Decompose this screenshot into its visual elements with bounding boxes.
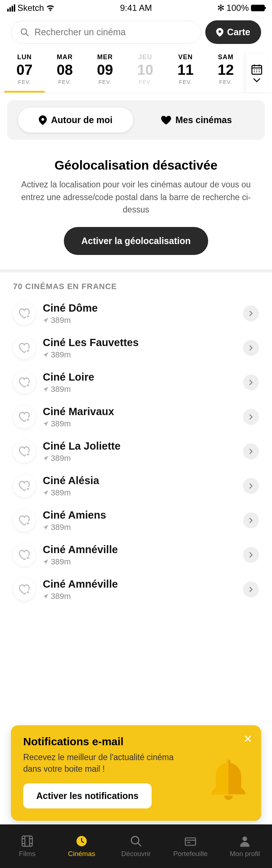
chevron-right-button[interactable] <box>243 581 259 597</box>
tab-portefeuille[interactable]: Portefeuille <box>163 824 218 868</box>
activate-notifications-button[interactable]: Activer les notifications <box>23 783 152 808</box>
chevron-right-button[interactable] <box>243 340 259 356</box>
cinema-name: Ciné Alésia <box>43 475 236 487</box>
cinema-item[interactable]: Ciné Amnéville 389m <box>0 572 272 607</box>
tab-cinémas[interactable]: Cinémas <box>54 824 109 868</box>
tab-découvrir[interactable]: Découvrir <box>109 824 163 868</box>
heart-icon <box>161 116 171 125</box>
favorite-button[interactable] <box>13 475 36 497</box>
divider <box>0 269 272 272</box>
chevron-right-icon <box>249 449 253 454</box>
cinema-distance: 389m <box>43 557 236 567</box>
cinema-name: Ciné Amnéville <box>43 578 236 590</box>
favorite-button[interactable] <box>13 406 36 428</box>
favorite-button[interactable] <box>13 440 36 463</box>
cinema-item[interactable]: Ciné Marivaux 389m <box>0 400 272 434</box>
svg-point-9 <box>254 71 255 72</box>
cinema-item[interactable]: Ciné Amiens 389m <box>0 503 272 538</box>
time-label: 9:41 AM <box>120 3 152 13</box>
chevron-right-button[interactable] <box>243 512 259 528</box>
calendar-icon <box>251 64 263 75</box>
chevron-right-button[interactable] <box>243 409 259 425</box>
geo-title: Géolocalisation désactivée <box>15 158 257 173</box>
chevron-right-icon <box>249 345 253 351</box>
tab-mon-profil[interactable]: Mon profil <box>218 824 272 868</box>
chevron-right-icon <box>249 483 253 489</box>
chevron-down-icon <box>253 78 260 82</box>
wifi-icon <box>46 5 55 11</box>
cinema-item[interactable]: Ciné La Joliette 389m <box>0 434 272 469</box>
cinema-item[interactable]: Ciné Dôme 389m <box>0 296 272 331</box>
tab-icon <box>129 835 143 848</box>
favorite-button[interactable] <box>13 509 36 532</box>
cinema-distance: 389m <box>43 488 236 498</box>
heart-add-icon <box>18 480 30 491</box>
cinema-item[interactable]: Ciné Alésia 389m <box>0 469 272 503</box>
chevron-right-icon <box>249 311 253 316</box>
carrier-label: Sketch <box>17 3 44 13</box>
cinema-distance: 389m <box>43 385 236 394</box>
favorite-button[interactable] <box>13 302 36 325</box>
svg-point-52 <box>243 836 247 841</box>
heart-add-icon <box>18 342 30 353</box>
cinema-item[interactable]: Ciné Les Fauvettes 389m <box>0 331 272 365</box>
calendar-button[interactable] <box>246 53 268 93</box>
search-input[interactable] <box>34 27 192 37</box>
location-arrow-icon <box>43 352 49 358</box>
chevron-right-icon <box>249 552 253 558</box>
svg-point-10 <box>256 71 257 72</box>
bluetooth-icon: ✻ <box>217 3 224 13</box>
bell-icon <box>207 755 250 806</box>
date-item-1[interactable]: MAR08FEV. <box>45 53 85 93</box>
cinema-distance: 389m <box>43 316 236 325</box>
date-item-2[interactable]: MER09FEV. <box>85 53 125 93</box>
tab-films[interactable]: Films <box>0 824 54 868</box>
favorite-button[interactable] <box>13 544 36 566</box>
battery-label: 100% <box>227 3 249 13</box>
close-icon[interactable]: ✕ <box>243 733 252 745</box>
heart-add-icon <box>18 515 30 526</box>
svg-rect-39 <box>22 836 32 846</box>
favorite-button[interactable] <box>13 578 36 601</box>
chevron-right-icon <box>249 380 253 385</box>
date-item-4[interactable]: VEN11FEV. <box>165 53 206 93</box>
chevron-right-button[interactable] <box>243 305 259 321</box>
location-arrow-icon <box>43 317 49 323</box>
pin-icon <box>216 28 223 37</box>
search-input-container[interactable] <box>11 21 201 44</box>
cinema-name: Ciné Amiens <box>43 509 236 521</box>
chevron-right-button[interactable] <box>243 478 259 494</box>
chevron-right-button[interactable] <box>243 443 259 459</box>
filter-around-me[interactable]: Autour de moi <box>18 108 133 133</box>
filter-my-cinemas[interactable]: Mes cinémas <box>139 108 254 133</box>
pin-icon <box>39 115 47 125</box>
cinema-item[interactable]: Ciné Amnéville 389m <box>0 538 272 572</box>
chevron-right-button[interactable] <box>243 374 259 390</box>
tab-icon <box>21 835 34 848</box>
date-item-5[interactable]: SAM12FEV. <box>206 53 246 93</box>
chevron-right-button[interactable] <box>243 547 259 563</box>
svg-line-1 <box>26 33 28 36</box>
date-item-0[interactable]: LUN07FEV. <box>4 53 45 93</box>
cinema-item[interactable]: Ciné Loire 389m <box>0 365 272 400</box>
date-item-3[interactable]: JEU10FEV. <box>125 53 165 93</box>
cinema-distance: 389m <box>43 592 236 601</box>
tab-icon <box>184 835 197 848</box>
svg-point-11 <box>259 71 260 72</box>
cinema-name: Ciné Marivaux <box>43 406 236 418</box>
activate-geo-button[interactable]: Activer la géolocalisation <box>64 227 208 255</box>
map-button[interactable]: Carte <box>205 20 261 44</box>
status-bar: Sketch 9:41 AM ✻ 100% <box>0 0 272 16</box>
notif-text: Recevez le meilleur de l'actualité ciném… <box>23 751 183 775</box>
tab-bar: FilmsCinémasDécouvrirPortefeuilleMon pro… <box>0 824 272 868</box>
battery-icon <box>251 5 265 11</box>
favorite-button[interactable] <box>13 337 36 359</box>
favorite-button[interactable] <box>13 371 36 394</box>
cinema-name: Ciné La Joliette <box>43 440 236 452</box>
svg-rect-49 <box>185 838 195 845</box>
notif-title: Notifications e-mail <box>23 735 249 748</box>
chevron-right-icon <box>249 518 253 523</box>
search-icon <box>20 28 29 37</box>
heart-add-icon <box>18 446 30 457</box>
heart-add-icon <box>18 549 30 560</box>
